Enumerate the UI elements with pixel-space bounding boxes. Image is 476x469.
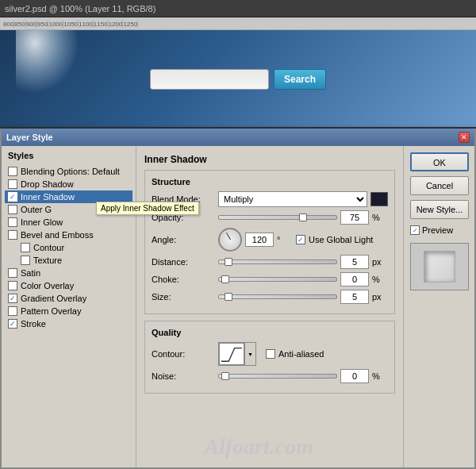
opacity-unit: % [372, 213, 388, 222]
sidebar-item-inner-glow[interactable]: Inner Glow [5, 216, 132, 229]
angle-dial[interactable] [218, 228, 242, 252]
contour-dropdown-icon[interactable]: ▼ [244, 343, 255, 365]
blend-mode-select[interactable]: Multiply [218, 191, 367, 207]
styles-panel: Styles Blending Options: Default Drop Sh… [2, 146, 136, 467]
sidebar-label-pattern-overlay: Pattern Overlay [21, 306, 81, 316]
ruler-mark: 1000 [48, 20, 63, 28]
preview-inner-box [424, 251, 455, 283]
layer-style-dialog: Layer Style ✕ Styles Blending Options: D… [0, 129, 476, 469]
sidebar-item-color-overlay[interactable]: Color Overlay [5, 279, 132, 292]
cancel-button[interactable]: Cancel [410, 176, 469, 195]
preview-row: ✓ Preview [410, 225, 468, 235]
opacity-slider[interactable] [218, 215, 337, 220]
ruler-mark: 1100 [79, 20, 94, 28]
noise-unit: % [372, 371, 388, 381]
contour-select[interactable]: ▼ [218, 342, 256, 366]
checkbox-blending[interactable] [8, 167, 17, 176]
sidebar-item-texture[interactable]: Texture [5, 254, 132, 267]
ruler-mark: 1050 [63, 20, 79, 28]
contour-preview [219, 343, 244, 365]
sidebar-item-outer-glow[interactable]: Outer G Apply Inner Shadow Effect [5, 203, 132, 216]
ok-button[interactable]: OK [410, 152, 469, 171]
sidebar-item-stroke[interactable]: ✓ Stroke [5, 317, 132, 330]
checkbox-gradient-overlay[interactable]: ✓ [8, 294, 17, 303]
choke-slider[interactable] [218, 277, 337, 282]
sidebar-label-gradient-overlay: Gradient Overlay [21, 294, 86, 303]
blend-color-swatch[interactable] [370, 192, 388, 206]
canvas-area: 800 850 900 950 1000 1050 1100 1150 1200… [0, 17, 476, 129]
checkbox-bevel-emboss[interactable] [8, 230, 17, 240]
distance-input[interactable] [340, 255, 369, 269]
size-label: Size: [152, 292, 215, 302]
size-slider[interactable] [218, 294, 337, 299]
sidebar-item-bevel-emboss[interactable]: Bevel and Emboss [5, 229, 132, 241]
ruler-mark: 1250 [123, 20, 138, 28]
global-light-checkbox[interactable]: ✓ [296, 235, 305, 244]
angle-label: Angle: [152, 235, 215, 244]
ruler-mark: 1150 [94, 20, 109, 28]
checkbox-satin[interactable] [8, 268, 17, 278]
sidebar-label-inner-shadow: Inner Shadow [21, 192, 75, 202]
noise-row: Noise: % [152, 369, 388, 383]
buttons-panel: OK Cancel New Style... ✓ Preview [403, 146, 474, 467]
dialog-close-button[interactable]: ✕ [459, 132, 470, 143]
distance-unit: px [372, 257, 388, 267]
noise-label: Noise: [152, 371, 215, 381]
sidebar-label-drop-shadow: Drop Shadow [21, 179, 74, 189]
ruler-mark: 1200 [109, 20, 124, 28]
checkbox-inner-glow[interactable] [8, 217, 17, 227]
checkbox-outer-glow[interactable] [8, 205, 17, 214]
angle-unit: ° [277, 235, 293, 244]
dialog-body: Styles Blending Options: Default Drop Sh… [2, 146, 474, 467]
checkbox-contour[interactable] [21, 243, 30, 252]
size-row: Size: px [152, 290, 388, 304]
distance-slider[interactable] [218, 259, 337, 264]
sidebar-label-color-overlay: Color Overlay [21, 281, 74, 290]
choke-unit: % [372, 275, 388, 284]
opacity-input[interactable]: 75 [340, 210, 369, 225]
ruler-mark: 900 [26, 20, 37, 28]
sidebar-item-drop-shadow[interactable]: Drop Shadow [5, 178, 132, 190]
choke-row: Choke: % [152, 272, 388, 286]
ruler-mark: 850 [14, 20, 25, 28]
structure-box: Structure Blend Mode: Multiply Opacity: [144, 170, 395, 314]
sidebar-item-pattern-overlay[interactable]: Pattern Overlay [5, 305, 132, 317]
noise-slider[interactable] [218, 374, 337, 379]
sidebar-label-texture: Texture [33, 256, 62, 265]
sidebar-item-blending[interactable]: Blending Options: Default [5, 165, 132, 178]
choke-input[interactable] [340, 272, 369, 286]
angle-input[interactable] [245, 233, 274, 247]
checkbox-texture[interactable] [21, 256, 30, 265]
preview-checkbox[interactable]: ✓ [410, 225, 420, 235]
noise-input[interactable] [340, 369, 369, 383]
distance-row: Distance: px [152, 255, 388, 269]
search-button[interactable]: Search [274, 69, 326, 90]
contour-row: Contour: ▼ Anti-aliased [152, 342, 388, 366]
sidebar-item-satin[interactable]: Satin [5, 267, 132, 279]
sidebar-item-gradient-overlay[interactable]: ✓ Gradient Overlay [5, 292, 132, 305]
checkbox-stroke[interactable]: ✓ [8, 319, 17, 329]
ruler-top: 800 850 900 950 1000 1050 1100 1150 1200… [0, 17, 476, 30]
sidebar-item-contour[interactable]: Contour [5, 241, 132, 254]
sidebar-label-satin: Satin [21, 268, 40, 278]
quality-box: Quality Contour: ▼ A [144, 321, 395, 394]
checkbox-drop-shadow[interactable] [8, 179, 17, 189]
quality-title: Quality [152, 328, 388, 337]
search-input[interactable] [150, 69, 269, 90]
new-style-button[interactable]: New Style... [410, 200, 469, 219]
checkbox-color-overlay[interactable] [8, 281, 17, 290]
sidebar-label-blending: Blending Options: Default [21, 167, 120, 176]
checkbox-inner-shadow[interactable]: ✓ [8, 192, 17, 202]
global-light-label: Use Global Light [309, 235, 373, 244]
ruler-mark: 800 [3, 20, 14, 28]
sidebar-label-bevel-emboss: Bevel and Emboss [21, 230, 94, 240]
checkbox-pattern-overlay[interactable] [8, 306, 17, 316]
structure-title: Structure [152, 177, 388, 186]
anti-aliased-checkbox[interactable] [266, 349, 275, 359]
dialog-title: Layer Style [6, 133, 53, 142]
size-input[interactable] [340, 290, 369, 304]
choke-label: Choke: [152, 275, 215, 284]
search-widget: Search [150, 69, 326, 90]
dialog-titlebar: Layer Style ✕ [2, 129, 474, 146]
sidebar-label-outer-glow: Outer G [21, 205, 52, 214]
